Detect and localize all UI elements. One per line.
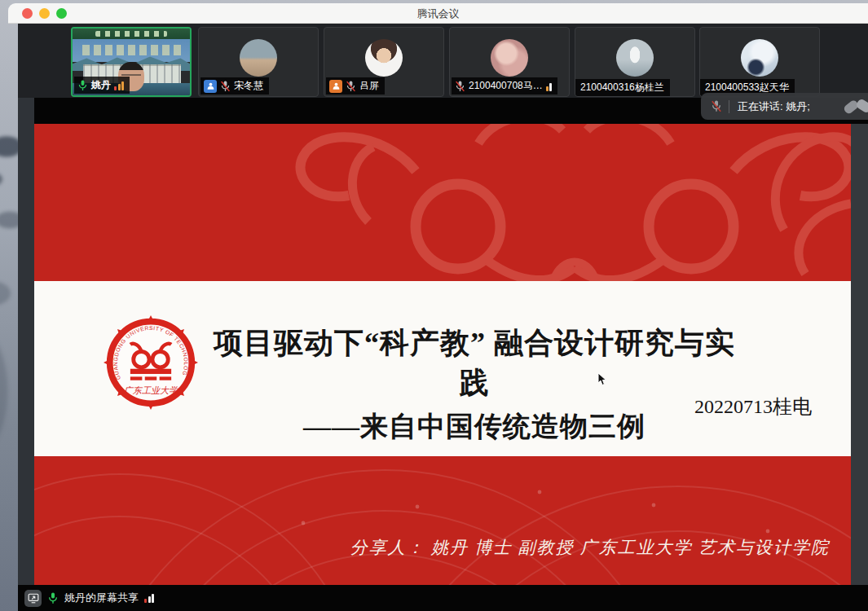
slide-title-line2: ——来自中国传统造物三例 bbox=[205, 408, 743, 446]
mic-on-icon bbox=[77, 80, 88, 91]
participant-name: 宋冬慧 bbox=[234, 79, 263, 93]
mic-muted-icon bbox=[711, 100, 722, 112]
logo-cn-text: 广东工业大学 bbox=[124, 385, 179, 395]
participant-name-chip: 姚丹 bbox=[74, 77, 130, 94]
desktop: 腾讯会议 姚丹 bbox=[0, 0, 868, 611]
mic-muted-icon bbox=[346, 81, 356, 92]
slide-title-line1: 项目驱动下“科产教” 融合设计研究与实践 bbox=[205, 323, 743, 403]
participant-name-chip: 2100400708马… bbox=[452, 77, 557, 95]
cursor-icon bbox=[597, 373, 609, 386]
video-overlay-text bbox=[82, 45, 182, 55]
participant-tile-ma[interactable]: 2100400708马… bbox=[449, 27, 570, 97]
mic-muted-icon bbox=[220, 81, 231, 92]
shared-slide: GUANGDONG UNIVERSITY OF TECHNOLOGY bbox=[34, 124, 851, 585]
window-titlebar[interactable]: 腾讯会议 bbox=[8, 3, 868, 24]
participant-tile-songdonghui[interactable]: 宋冬慧 bbox=[198, 27, 319, 97]
signal-bars-icon bbox=[114, 81, 124, 90]
person-badge-icon bbox=[204, 80, 217, 93]
participant-strip: 姚丹 宋冬慧 bbox=[18, 23, 868, 98]
participant-tile-zhaotianhua[interactable]: 2100400533赵天华 bbox=[699, 27, 820, 97]
participant-name: 姚丹 bbox=[91, 78, 111, 92]
share-status-label: 姚丹的屏幕共享 bbox=[64, 591, 139, 605]
signal-bars-icon bbox=[144, 593, 154, 603]
avatar bbox=[491, 39, 528, 77]
participant-name-chip: 2100400316杨桂兰 bbox=[575, 79, 670, 96]
avatar bbox=[365, 39, 403, 77]
participant-tile-yaodan[interactable]: 姚丹 bbox=[71, 27, 192, 97]
mic-muted-icon bbox=[455, 81, 465, 92]
participant-name: 吕屏 bbox=[359, 79, 379, 93]
share-status-bar: 姚丹的屏幕共享 bbox=[18, 585, 868, 611]
participant-name-chip: 宋冬慧 bbox=[200, 77, 269, 95]
presenter-line: 分享人： 姚丹 博士 副教授 广东工业大学 艺术与设计学院 bbox=[350, 536, 830, 559]
stage-gutter-right bbox=[851, 124, 868, 585]
reaction-shape-icon bbox=[840, 95, 868, 119]
participant-tile-lvping[interactable]: 吕屏 bbox=[324, 27, 444, 97]
title-band: GUANGDONG UNIVERSITY OF TECHNOLOGY bbox=[34, 281, 851, 456]
video-logo-strip bbox=[95, 31, 167, 37]
participant-name-chip: 吕屏 bbox=[326, 77, 385, 95]
shared-screen-stage: GUANGDONG UNIVERSITY OF TECHNOLOGY bbox=[18, 98, 868, 611]
slide-date-note: 20220713桂电 bbox=[694, 393, 812, 420]
avatar bbox=[616, 39, 654, 77]
university-logo: GUANGDONG UNIVERSITY OF TECHNOLOGY bbox=[104, 314, 198, 411]
person-badge-icon bbox=[329, 80, 342, 93]
video-banner bbox=[73, 29, 190, 39]
window-title: 腾讯会议 bbox=[8, 7, 868, 21]
divider bbox=[729, 100, 729, 113]
stage-gutter-left bbox=[18, 98, 34, 585]
speaking-banner: 正在讲话: 姚丹; bbox=[701, 93, 868, 120]
speaking-banner-label: 正在讲话: 姚丹; bbox=[738, 99, 810, 114]
participant-name: 2100400316杨桂兰 bbox=[580, 81, 664, 95]
avatar bbox=[741, 39, 778, 77]
mic-on-icon bbox=[47, 592, 59, 604]
avatar bbox=[240, 39, 277, 77]
participant-tile-yangguilan[interactable]: 2100400316杨桂兰 bbox=[575, 27, 695, 97]
slide-title: 项目驱动下“科产教” 融合设计研究与实践 ——来自中国传统造物三例 bbox=[205, 323, 743, 446]
participant-name: 2100400708马… bbox=[469, 79, 543, 93]
screen-share-icon bbox=[24, 590, 42, 607]
signal-bars-icon bbox=[546, 81, 553, 91]
